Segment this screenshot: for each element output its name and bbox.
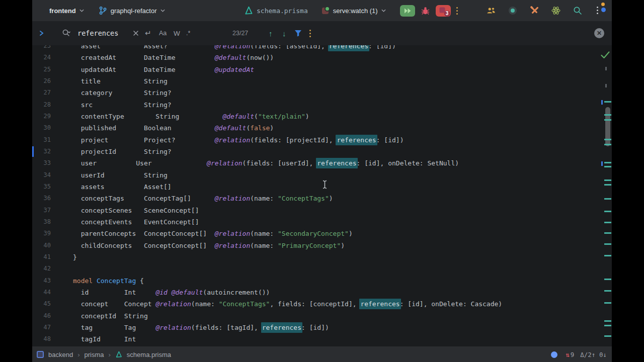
line-number: 46 [32,310,51,322]
code-line-23[interactable]: 23 asset Asset? @relation(fields: [asset… [32,45,612,52]
rerun-button[interactable] [400,5,415,17]
code-line-31[interactable]: 31 project Project? @relation(fields: [p… [32,134,612,146]
title-bar: frontend graphql-refactor [32,0,612,22]
code-segment: : [id], onDelete: SetNull) [357,159,459,167]
prisma-icon [115,351,122,358]
new-line-icon[interactable]: ↵ [145,21,151,45]
breadcrumb-root[interactable]: backend [48,351,73,358]
code-line-46[interactable]: 46 conceptId String [32,310,612,322]
run-more-kebab-icon[interactable] [456,7,458,15]
breadcrumb-dir[interactable]: prisma [85,351,104,358]
code-line-40[interactable]: 40 childConcepts ConceptConcept[] @relat… [32,240,612,251]
record-icon[interactable] [508,6,517,15]
code-line-44[interactable]: 44 id Int @id @default(autoincrement()) [32,287,612,298]
status-indicator-dot[interactable] [551,351,557,358]
code-line-42[interactable]: 42 [32,263,612,275]
search-match-highlight: references [261,322,302,333]
git-sync-widget[interactable]: ⇅ 9 Δ/2↑ 0↓ [566,351,607,358]
code-segment: (name: [191,300,219,308]
whole-words-toggle[interactable]: W [174,21,180,45]
code-line-26[interactable]: 26 title String [32,75,612,87]
git-stats: Δ/2↑ 0↓ [580,351,607,358]
module-icon [37,351,44,358]
code-text: concept Concept @relation(name: "Concept… [73,298,502,310]
scrollbar-thumb[interactable] [605,107,610,146]
filter-icon[interactable] [294,21,302,45]
code-line-38[interactable]: 38 conceptEvents EventConcept[] [32,216,612,228]
code-segment: title String [73,77,168,85]
npm-script-icon [322,7,330,15]
code-line-48[interactable]: 48 tagId Int [32,333,612,345]
notification-dot-blue [601,8,606,12]
line-number: 42 [32,263,51,275]
inspections-ok-check-icon[interactable] [601,51,610,59]
line-number: 31 [32,134,51,146]
close-search-button[interactable]: ✕ [594,21,604,45]
search-everywhere-icon[interactable] [573,6,582,15]
expand-replace-chevron-icon[interactable] [38,21,44,45]
chevron-down-icon [160,9,165,12]
code-line-47[interactable]: 47 tag Tag @relation(fields: [tagId], re… [32,322,612,333]
line-number: 44 [32,287,51,298]
code-line-27[interactable]: 27 category String? [32,87,612,99]
current-file-widget[interactable]: schema.prisma [244,6,308,15]
running-count-badge: 3 [444,11,450,17]
code-text: tagId Int [73,333,136,345]
match-counter: 23/27 [232,21,248,45]
search-match-highlight: references [316,158,357,168]
code-segment: "SecondaryConcept" [278,230,349,237]
code-line-45[interactable]: 45 concept Concept @relation(name: "Conc… [32,298,612,310]
breadcrumb: backend › prisma › schema.prisma [32,351,171,358]
line-number: 26 [32,75,51,87]
main-menu-kebab[interactable] [595,4,604,17]
code-text: conceptScenes SceneConcept[] [73,205,199,216]
code-segment: @default [215,54,247,61]
code-line-24[interactable]: 24 createdAt DateTime @default(now()) [32,52,612,63]
code-segment [168,289,172,296]
code-segment: conceptTags ConceptTag[] [73,195,215,202]
code-with-me-users-icon[interactable] [487,6,496,15]
line-number: 25 [32,64,51,75]
code-text: contentType String @default("text/plain"… [73,111,309,122]
code-segment: project Project? [73,136,215,144]
code-segment: createdAt DateTime [73,54,215,61]
code-line-33[interactable]: 33 user User @relation(fields: [userId],… [32,157,612,169]
run-configuration-widget[interactable]: serve:watch (1) [322,7,386,15]
code-segment: "ConceptTags" [219,300,270,308]
stop-button[interactable]: 3 [436,5,451,17]
previous-match-button[interactable]: ↑ [269,21,273,45]
code-line-36[interactable]: 36 conceptTags ConceptTag[] @relation(na… [32,193,612,204]
next-match-button[interactable]: ↓ [282,21,286,45]
search-history-icon[interactable] [61,21,71,45]
atom-profiler-icon[interactable] [551,6,560,15]
code-segment: : [id], onDelete: Cascade) [400,300,503,308]
regex-toggle[interactable]: .* [186,21,190,45]
line-number: 38 [32,216,51,228]
code-line-32[interactable]: 32 projectId String? [32,146,612,157]
code-text: asset Asset? @relation(fields: [assetId]… [73,45,396,52]
project-widget[interactable]: frontend [49,7,84,15]
match-case-toggle[interactable]: Aa [159,21,167,45]
editor[interactable]: 23 asset Asset? @relation(fields: [asset… [32,45,612,346]
vcs-branch-widget[interactable]: graphql-refactor [98,6,165,15]
search-input[interactable]: references [77,21,118,45]
code-text: model ConceptTag { [73,275,144,287]
code-line-39[interactable]: 39 parentConcepts ConceptConcept[] @rela… [32,228,612,239]
code-line-37[interactable]: 37 conceptScenes SceneConcept[] [32,205,612,216]
tools-icon[interactable] [530,6,539,15]
code-line-29[interactable]: 29 contentType String @default("text/pla… [32,111,612,122]
code-line-34[interactable]: 34 userId String [32,169,612,181]
debug-bug-icon[interactable] [421,6,430,16]
code-line-41[interactable]: 41} [32,251,612,263]
code-segment: false [250,124,270,132]
code-segment: ) [349,230,353,237]
code-line-25[interactable]: 25 updatedAt DateTime @updatedAt [32,64,612,75]
search-options-kebab[interactable] [309,21,311,45]
code-line-43[interactable]: 43model ConceptTag { [32,275,612,287]
clear-search-icon[interactable] [133,21,139,45]
code-segment: projectId String? [73,148,172,155]
line-number: 40 [32,240,51,251]
code-line-30[interactable]: 30 published Boolean @default(false) [32,122,612,134]
code-line-28[interactable]: 28 src String? [32,99,612,111]
breadcrumb-file[interactable]: schema.prisma [127,351,171,358]
